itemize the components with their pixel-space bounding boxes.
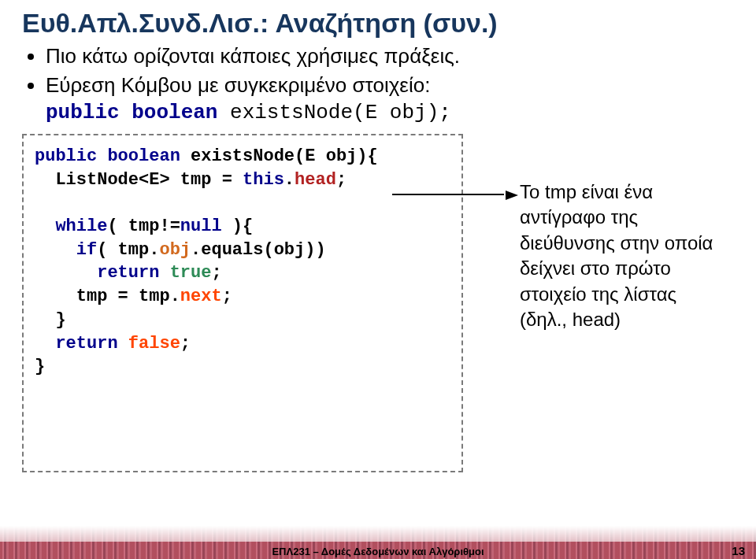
slide-title: Ευθ.Απλ.Συνδ.Λισ.: Αναζήτηση (συν.) [22,8,734,39]
code-line-4: if( tmp.obj.equals(obj)) [35,239,450,262]
kw-return: return [35,334,128,354]
kw-null: null [180,217,222,236]
arrow-head [506,191,518,200]
text: ; [211,263,221,283]
text: ( tmp!= [107,217,180,236]
text: ; [180,334,191,354]
literal-false: false [128,334,180,354]
bullet-item-1: Πιο κάτω ορίζονται κάποιες χρήσιμες πράξ… [46,43,734,69]
code-line-8: return false; [35,332,450,356]
text: . [284,170,295,190]
arrow-icon [392,191,518,198]
kw: public boolean [35,146,180,166]
signature-rest: existsNode(E obj); [217,101,450,124]
keyword: public boolean [46,101,217,124]
method-signature: public boolean existsNode(E obj); [46,101,734,124]
arrow-line [392,194,504,195]
annotation-text: Το tmp είναι ένα αντίγραφο της διεύθυνση… [520,180,724,332]
footer-binary-fade [0,526,756,542]
footer-label: ΕΠΛ231 – Δομές Δεδομένων και Αλγόριθμοι [0,546,756,557]
code-line-blank [35,191,450,215]
footer: ΕΠΛ231 – Δομές Δεδομένων και Αλγόριθμοι … [0,526,756,559]
bullet-list: Πιο κάτω ορίζονται κάποιες χρήσιμες πράξ… [22,43,734,98]
kw-this: this [243,170,284,190]
text: ( tmp. [97,240,159,260]
page-number: 13 [732,544,745,557]
text: .equals(obj)) [191,240,326,260]
text: ListNode<E> tmp = [35,170,243,190]
text: ; [222,287,232,306]
code-block: public boolean existsNode(E obj){ ListNo… [22,134,463,472]
kw-while: while [35,217,107,236]
text: tmp = tmp. [35,287,180,306]
literal-true: true [170,263,212,283]
field-next: next [180,287,222,306]
code-line-3: while( tmp!=null ){ [35,215,450,239]
code-line-5: return true; [35,261,450,285]
field-head: head [295,170,336,190]
bullet-item-2: Εύρεση Κόμβου με συγκεκριμένο στοιχείο: [46,72,734,98]
text: ; [336,170,346,190]
code-line-1: public boolean existsNode(E obj){ [35,145,450,168]
code-line-2: ListNode<E> tmp = this.head; [35,168,450,192]
slide: Ευθ.Απλ.Συνδ.Λισ.: Αναζήτηση (συν.) Πιο … [0,0,756,559]
text: ){ [222,217,254,236]
kw-if: if [35,240,97,260]
code-line-7: } [35,309,450,332]
code-line-9: } [35,355,450,379]
code-line-6: tmp = tmp.next; [35,285,450,309]
kw-return: return [35,263,170,283]
text: existsNode(E obj){ [180,146,378,166]
field-obj: obj [159,240,191,260]
